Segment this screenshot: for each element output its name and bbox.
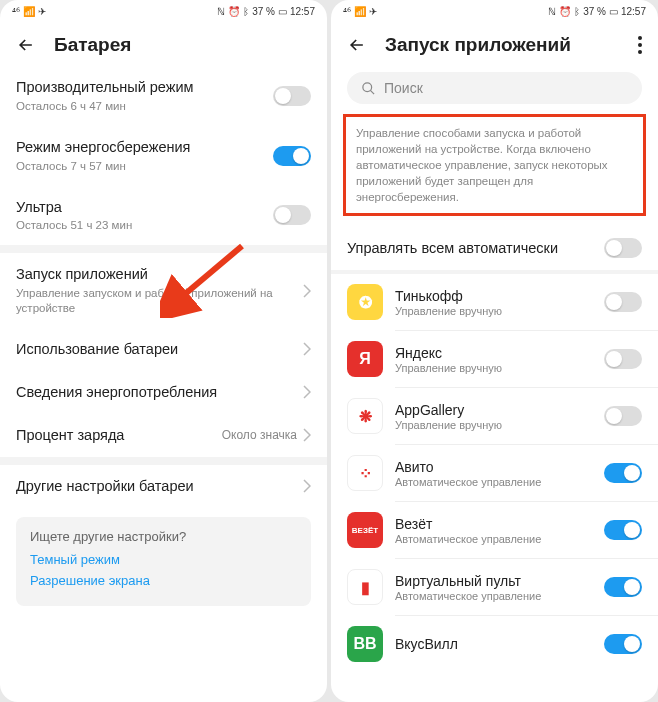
chevron-right-icon [303, 385, 311, 399]
header: Запуск приложений [331, 22, 658, 66]
chevron-right-icon [303, 284, 311, 298]
clock: 12:57 [290, 6, 315, 17]
app-list: ✪ТинькоффУправление вручнуюЯЯндексУправл… [331, 274, 658, 672]
search-icon [361, 81, 376, 96]
app-name: Везёт [395, 516, 592, 532]
bluetooth-icon: ᛒ [574, 6, 580, 17]
app-name: Авито [395, 459, 592, 475]
app-row[interactable]: ВЕЗЁТВезётАвтоматическое управление [331, 502, 658, 558]
app-icon: ▮ [347, 569, 383, 605]
app-name: Виртуальный пульт [395, 573, 592, 589]
telegram-icon: ✈ [369, 6, 377, 17]
ultra-toggle[interactable] [273, 205, 311, 225]
back-icon[interactable] [347, 35, 367, 55]
manage-all-row[interactable]: Управлять всем автоматически [331, 226, 658, 270]
app-name: Яндекс [395, 345, 592, 361]
nfc-icon: ℕ [217, 6, 225, 17]
ultra-row[interactable]: Ультра Осталось 51 ч 23 мин [0, 186, 327, 246]
app-icon: ВВ [347, 626, 383, 662]
svg-line-6 [370, 90, 374, 94]
page-title: Батарея [54, 34, 131, 56]
svg-point-2 [638, 36, 642, 40]
back-icon[interactable] [16, 35, 36, 55]
app-icon: ✪ [347, 284, 383, 320]
chevron-right-icon [303, 428, 311, 442]
app-toggle[interactable] [604, 406, 642, 426]
app-launch-screen: ⁴⁶ 📶 ✈ ℕ ⏰ ᛒ 37 % ▭ 12:57 Запуск приложе… [331, 0, 658, 702]
app-row[interactable]: ⁘АвитоАвтоматическое управление [331, 445, 658, 501]
svg-point-5 [363, 82, 372, 91]
signal-icon: ⁴⁶ [12, 6, 20, 17]
app-sub: Управление вручную [395, 362, 592, 374]
telegram-icon: ✈ [38, 6, 46, 17]
power-saving-toggle[interactable] [273, 146, 311, 166]
battery-percent: 37 % [252, 6, 275, 17]
percent-value: Около значка [222, 428, 297, 442]
svg-point-3 [638, 43, 642, 47]
page-title: Запуск приложений [385, 34, 571, 56]
info-box: Управление способами запуска и работой п… [343, 114, 646, 216]
app-icon: ⁘ [347, 455, 383, 491]
app-toggle[interactable] [604, 349, 642, 369]
tip-box: Ищете другие настройки? Темный режим Раз… [16, 517, 311, 606]
more-icon[interactable] [638, 36, 642, 54]
signal-icon: ⁴⁶ [343, 6, 351, 17]
other-settings-row[interactable]: Другие настройки батареи [0, 465, 327, 508]
battery-percent: 37 % [583, 6, 606, 17]
app-toggle[interactable] [604, 463, 642, 483]
performance-toggle[interactable] [273, 86, 311, 106]
app-sub: Управление вручную [395, 305, 592, 317]
app-sub: Автоматическое управление [395, 476, 592, 488]
search-input[interactable]: Поиск [347, 72, 642, 104]
svg-point-4 [638, 50, 642, 54]
chevron-right-icon [303, 479, 311, 493]
app-row[interactable]: ✪ТинькоффУправление вручную [331, 274, 658, 330]
battery-settings-screen: ⁴⁶ 📶 ✈ ℕ ⏰ ᛒ 37 % ▭ 12:57 Батарея Произв… [0, 0, 327, 702]
app-launch-row[interactable]: Запуск приложений Управление запуском и … [0, 253, 327, 328]
clock: 12:57 [621, 6, 646, 17]
power-saving-row[interactable]: Режим энергосбережения Осталось 7 ч 57 м… [0, 126, 327, 186]
app-sub: Автоматическое управление [395, 590, 592, 602]
app-row[interactable]: ЯЯндексУправление вручную [331, 331, 658, 387]
nfc-icon: ℕ [548, 6, 556, 17]
bluetooth-icon: ᛒ [243, 6, 249, 17]
app-toggle[interactable] [604, 292, 642, 312]
tip-link-dark-mode[interactable]: Темный режим [30, 552, 297, 567]
alarm-icon: ⏰ [559, 6, 571, 17]
status-bar: ⁴⁶ 📶 ✈ ℕ ⏰ ᛒ 37 % ▭ 12:57 [331, 0, 658, 22]
power-details-row[interactable]: Сведения энергопотребления [0, 371, 327, 414]
app-row[interactable]: ❋AppGalleryУправление вручную [331, 388, 658, 444]
app-name: Тинькофф [395, 288, 592, 304]
app-row[interactable]: ▮Виртуальный пультАвтоматическое управле… [331, 559, 658, 615]
app-toggle[interactable] [604, 577, 642, 597]
manage-all-toggle[interactable] [604, 238, 642, 258]
status-bar: ⁴⁶ 📶 ✈ ℕ ⏰ ᛒ 37 % ▭ 12:57 [0, 0, 327, 22]
tip-link-resolution[interactable]: Разрешение экрана [30, 573, 297, 588]
app-icon: ❋ [347, 398, 383, 434]
percent-row[interactable]: Процент заряда Около значка [0, 414, 327, 457]
app-row[interactable]: ВВВкусВилл [331, 616, 658, 672]
chevron-right-icon [303, 342, 311, 356]
battery-usage-row[interactable]: Использование батареи [0, 328, 327, 371]
battery-icon: ▭ [278, 6, 287, 17]
wifi-icon: 📶 [354, 6, 366, 17]
app-name: ВкусВилл [395, 636, 592, 652]
battery-icon: ▭ [609, 6, 618, 17]
alarm-icon: ⏰ [228, 6, 240, 17]
app-sub: Автоматическое управление [395, 533, 592, 545]
app-toggle[interactable] [604, 634, 642, 654]
app-sub: Управление вручную [395, 419, 592, 431]
app-icon: Я [347, 341, 383, 377]
header: Батарея [0, 22, 327, 66]
tip-title: Ищете другие настройки? [30, 529, 297, 544]
search-placeholder: Поиск [384, 80, 423, 96]
app-name: AppGallery [395, 402, 592, 418]
app-toggle[interactable] [604, 520, 642, 540]
wifi-icon: 📶 [23, 6, 35, 17]
app-icon: ВЕЗЁТ [347, 512, 383, 548]
performance-mode-row[interactable]: Производительный режим Осталось 6 ч 47 м… [0, 66, 327, 126]
